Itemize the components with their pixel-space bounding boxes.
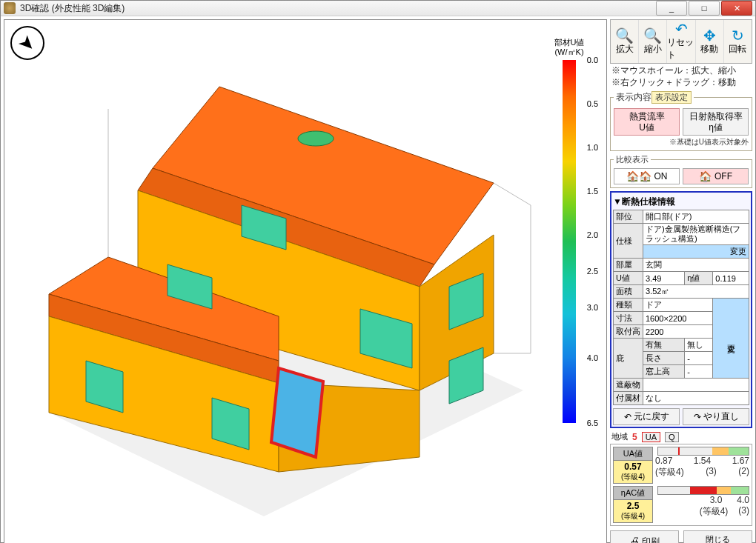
eta-value-mode-button[interactable]: 日射熱取得率η値 xyxy=(683,108,749,136)
compare-on-button[interactable]: 🏠🏠ON xyxy=(614,168,680,184)
label-eta: η値 xyxy=(685,272,713,285)
colorbar-tick: 0.0 xyxy=(577,56,598,64)
printer-icon: 🖨 xyxy=(629,535,640,543)
label-nagasa: 長さ xyxy=(643,352,685,365)
value-fuzoku: なし xyxy=(643,392,749,405)
region-value: 5 xyxy=(632,432,637,442)
3d-viewport[interactable]: ➤ xyxy=(4,19,607,543)
value-shahei xyxy=(643,379,749,392)
value-sunpo: 1600×2200 xyxy=(643,312,713,325)
maximize-button[interactable]: □ xyxy=(689,1,720,16)
panel-title: ▼断熱仕様情報 xyxy=(613,194,749,210)
info-table: 部位開口部(ドア) 仕様ドア)金属製熱遮断構造(フラッシュ構造) 変更 部屋玄関… xyxy=(613,210,749,405)
colorbar-gradient: 0.0 0.5 1.0 1.5 2.0 2.5 3.0 4.0 6.5 xyxy=(563,60,576,423)
display-legend: 表示内容 表示設定 xyxy=(614,91,694,104)
content-area: ➤ xyxy=(1,16,755,543)
colorbar-tick: 1.5 xyxy=(577,187,598,196)
compare-off-button[interactable]: 🏠OFF xyxy=(683,168,749,184)
zoom-out-button[interactable]: 🔍縮小 xyxy=(639,20,667,63)
value-nagasa: - xyxy=(685,352,713,365)
change-opening-button[interactable]: 変更 xyxy=(713,299,749,379)
reset-icon: ↶ xyxy=(675,21,688,36)
label-sunpo: 寸法 xyxy=(614,312,643,325)
label-shahei: 遮蔽物 xyxy=(614,379,643,392)
label-madokami: 窓上高 xyxy=(643,365,685,379)
minimize-button[interactable]: _ xyxy=(656,1,687,16)
compare-fieldset: 比較表示 🏠🏠ON 🏠OFF xyxy=(610,154,752,188)
zoom-in-icon: 🔍 xyxy=(615,28,634,43)
ac-name: ηAC値 xyxy=(613,486,653,500)
svg-marker-17 xyxy=(271,368,323,457)
value-menseki: 3.52㎡ xyxy=(643,285,749,299)
house-pair-icon: 🏠🏠 xyxy=(626,170,651,182)
colorbar-tick: 2.0 xyxy=(577,230,598,239)
rotate-button[interactable]: ↻回転 xyxy=(724,20,752,63)
value-u: 3.49 xyxy=(643,272,685,285)
view-toolbar: 🔍拡大 🔍縮小 ↶リセット ✥移動 ↻回転 xyxy=(610,19,752,64)
insulation-info-panel: ▼断熱仕様情報 部位開口部(ドア) 仕様ドア)金属製熱遮断構造(フラッシュ構造)… xyxy=(610,191,752,428)
reset-button[interactable]: ↶リセット xyxy=(667,20,695,63)
label-bui: 部位 xyxy=(614,210,643,223)
sidebar: 🔍拡大 🔍縮小 ↶リセット ✥移動 ↻回転 ※マウスホイール：拡大、縮小 ※右ク… xyxy=(610,19,752,543)
label-toritsuke: 取付高 xyxy=(614,325,643,339)
ua-bar xyxy=(657,447,749,456)
rotate-icon: ↻ xyxy=(732,28,744,43)
zoom-out-icon: 🔍 xyxy=(643,28,662,43)
house-3d-render[interactable] xyxy=(19,42,538,524)
display-settings-button[interactable]: 表示設定 xyxy=(651,91,692,104)
compare-legend: 比較表示 xyxy=(614,154,651,165)
close-button[interactable]: 閉じる xyxy=(683,530,752,543)
value-umu: 無し xyxy=(685,339,713,352)
colorbar: 部材U値 (W/㎡K) 0.0 0.5 1.0 1.5 2.0 2.5 3.0 … xyxy=(547,38,591,423)
label-umu: 有無 xyxy=(643,339,685,352)
result-box: UA値 0.57(等級4) 0.871.541.67 (等級4)(3)(2) xyxy=(610,444,752,526)
close-window-button[interactable]: ✕ xyxy=(721,1,752,16)
value-shurui: ドア xyxy=(643,299,713,312)
undo-button[interactable]: ↶元に戻す xyxy=(613,408,680,425)
titlebar: 3D確認 (外皮性能 3D編集) _ □ ✕ xyxy=(1,1,755,16)
region-row: 地域 5 UA Q xyxy=(610,431,752,442)
change-spec-button[interactable]: 変更 xyxy=(643,245,749,259)
colorbar-tick: 0.5 xyxy=(577,99,598,108)
house-icon: 🏠 xyxy=(699,170,712,182)
window-buttons: _ □ ✕ xyxy=(656,1,752,16)
label-shiyo: 仕様 xyxy=(614,223,643,258)
label-fuzoku: 付属材 xyxy=(614,392,643,405)
tab-q[interactable]: Q xyxy=(665,432,679,442)
hint-text: ※マウスホイール：拡大、縮小 ※右クリック＋ドラッグ：移動 xyxy=(610,64,752,91)
zoom-in-button[interactable]: 🔍拡大 xyxy=(611,20,639,63)
move-icon: ✥ xyxy=(703,28,716,43)
display-fieldset: 表示内容 表示設定 熱貫流率U値 日射熱取得率η値 ※基礎はU値表示対象外 xyxy=(610,91,752,151)
colorbar-tick: 3.0 xyxy=(577,303,598,312)
colorbar-tick: 2.5 xyxy=(577,267,598,276)
colorbar-title-1: 部材U値 xyxy=(547,38,591,47)
ac-value: 2.5(等級4) xyxy=(613,500,653,523)
redo-button[interactable]: ↷やり直し xyxy=(683,408,749,425)
display-footnote: ※基礎はU値表示対象外 xyxy=(614,137,749,147)
value-toritsuke: 2200 xyxy=(643,325,713,339)
colorbar-tick: 6.5 xyxy=(577,419,598,427)
u-value-mode-button[interactable]: 熱貫流率U値 xyxy=(614,108,680,136)
svg-point-16 xyxy=(298,131,334,146)
undo-icon: ↶ xyxy=(624,412,631,422)
colorbar-tick: 1.0 xyxy=(577,143,598,152)
label-u: U値 xyxy=(614,272,643,285)
app-icon xyxy=(4,2,16,14)
ua-name: UA値 xyxy=(613,447,653,461)
value-heya: 玄関 xyxy=(643,259,749,272)
app-window: 3D確認 (外皮性能 3D編集) _ □ ✕ ➤ xyxy=(0,0,756,543)
ac-bar xyxy=(657,486,749,495)
action-row: 🖨 印刷 閉じる xyxy=(610,530,752,543)
value-bui: 開口部(ドア) xyxy=(643,210,749,223)
label-heya: 部屋 xyxy=(614,259,643,272)
value-madokami: - xyxy=(685,365,713,379)
tab-ua[interactable]: UA xyxy=(642,432,660,442)
print-button[interactable]: 🖨 印刷 xyxy=(610,530,679,543)
window-title: 3D確認 (外皮性能 3D編集) xyxy=(20,2,656,15)
colorbar-tick: 4.0 xyxy=(577,353,598,362)
move-button[interactable]: ✥移動 xyxy=(696,20,724,63)
value-shiyo: ドア)金属製熱遮断構造(フラッシュ構造) xyxy=(643,223,749,244)
ua-value: 0.57(等級4) xyxy=(613,461,653,484)
label-hisashi: 庇 xyxy=(614,339,643,379)
value-eta: 0.119 xyxy=(713,272,749,285)
